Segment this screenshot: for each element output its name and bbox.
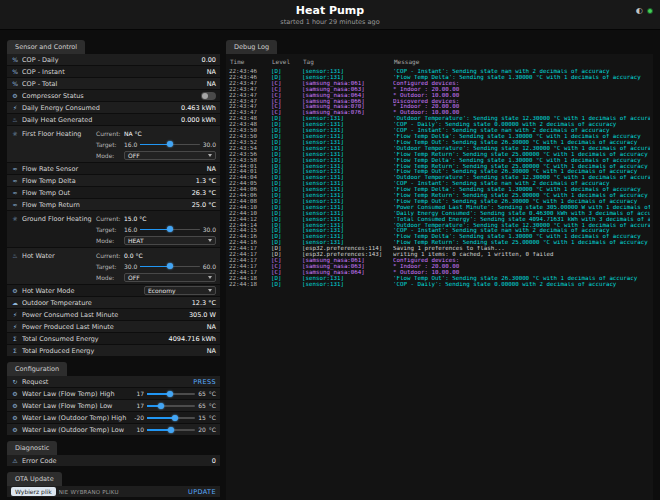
- unit-label: °C: [209, 414, 216, 421]
- slider-thumb[interactable]: [167, 141, 173, 147]
- log-col-level: Level: [272, 58, 298, 65]
- chevron-down-icon: [208, 154, 212, 157]
- sensor-value: NA: [207, 347, 216, 355]
- number-row-water-law-outdoor-high: ⚙ Water Law (Outdoor Temp) High -20 15 °…: [7, 412, 220, 423]
- right-panel: Debug Log Time Level Tag Message 22:43:4…: [226, 34, 653, 500]
- slider-thumb[interactable]: [167, 263, 173, 269]
- tab-debug-log[interactable]: Debug Log: [226, 40, 277, 54]
- sensor-row-total-consumed-energy: Σ Total Consumed Energy 4094.716 kWh: [7, 333, 220, 344]
- water-law-flow-high-slider[interactable]: [147, 389, 195, 398]
- sensor-label: Flow Temp Delta: [22, 177, 193, 185]
- tab-ota-update[interactable]: OTA Update: [7, 472, 62, 486]
- mode-key: Mode:: [96, 237, 121, 244]
- uptime-text: started 1 hour 29 minutes ago: [280, 18, 379, 26]
- compressor-status-toggle[interactable]: [201, 92, 216, 100]
- slider-thumb[interactable]: [168, 427, 174, 433]
- climate-label: Ground Floor Heating: [22, 215, 93, 223]
- sensor-value: 1.3 °C: [196, 177, 216, 185]
- gear-icon: ⚙: [11, 287, 19, 294]
- sensor-row-flow-rate: ≈ Flow Rate Sensor NA: [7, 163, 220, 174]
- sensor-value: 0.463 kWh: [181, 104, 216, 112]
- water-law-outdoor-high-slider[interactable]: [147, 413, 195, 422]
- configuration-rows: ↻ Request PRESS ⚙ Water Law (Flow Temp) …: [7, 376, 220, 435]
- request-press-button[interactable]: PRESS: [193, 378, 216, 386]
- diagnostic-rows: ⚠ Error Code 0: [7, 455, 220, 466]
- sensor-row-cop-daily: % COP - Daily 0.00: [7, 54, 220, 65]
- sensor-row-power-consumed: ⚡ Power Consumed Last Minute 305.0 W: [7, 309, 220, 320]
- climate-target-line: Target: 16.0 30.0: [96, 224, 216, 234]
- climate-controls: Current: 0.0 °C Target: 30.0 60.0 Mode: …: [96, 250, 216, 282]
- log-row: 22:44:18 [D] [sensor:131] 'COP - Daily':…: [229, 282, 650, 288]
- slider-fill: [140, 266, 170, 268]
- target-temp-slider[interactable]: [140, 262, 199, 271]
- sensor-label: Outdoor Temperature: [22, 299, 189, 307]
- no-file-chosen-text: NIE WYBRANO PLIKU: [59, 489, 185, 495]
- climate-current-line: Current: 15.0 °C: [96, 213, 216, 223]
- hot-water-climate-mode-select[interactable]: OFF: [124, 273, 216, 282]
- sensor-label: Daily Energy Consumed: [22, 104, 178, 112]
- chevron-down-icon: [208, 276, 212, 279]
- climate-current-line: Current: 0.0 °C: [96, 250, 216, 260]
- main-layout: Sensor and Control % COP - Daily 0.00 % …: [0, 30, 660, 500]
- slider-fill: [140, 144, 170, 146]
- ota-rows: Wybierz plik NIE WYBRANO PLIKU UPDATE: [7, 486, 220, 497]
- theme-toggle-icon[interactable]: ◐: [636, 7, 643, 15]
- current-value: NA °C: [124, 130, 142, 137]
- sensor-row-total-produced-energy: Σ Total Produced Energy NA: [7, 345, 220, 356]
- climate-mode-line: Mode: OFF: [96, 150, 216, 160]
- choose-file-button[interactable]: Wybierz plik: [11, 487, 56, 496]
- gear-icon: ⚙: [11, 92, 19, 99]
- update-button[interactable]: UPDATE: [188, 488, 216, 496]
- flame-icon: ♨: [11, 116, 19, 123]
- toggle-knob: [202, 93, 208, 99]
- current-key: Current:: [96, 130, 121, 137]
- number-row-water-law-outdoor-low: ⚙ Water Law (Outdoor Temp) Low 10 20 °C: [7, 424, 220, 435]
- tab-diagnostic[interactable]: Diagnostic: [7, 441, 57, 455]
- select-value: OFF: [128, 152, 140, 159]
- target-temp-slider[interactable]: [140, 225, 199, 234]
- unit-label: °C: [209, 426, 216, 433]
- slider-thumb[interactable]: [172, 415, 178, 421]
- sensor-row-daily-energy-consumed: ⚡ Daily Energy Consumed 0.463 kWh: [7, 102, 220, 113]
- water-law-flow-low-slider[interactable]: [147, 401, 195, 410]
- log-level: [D]: [271, 282, 297, 288]
- current-key: Current:: [96, 252, 121, 259]
- sync-icon: ↻: [11, 378, 19, 385]
- slider-min-label: 16.0: [124, 226, 137, 233]
- tab-configuration[interactable]: Configuration: [7, 362, 67, 376]
- mode-key: Mode:: [96, 152, 121, 159]
- number-label: Water Law (Outdoor Temp) Low: [22, 426, 134, 434]
- climate-mode-line: Mode: OFF: [96, 272, 216, 282]
- gear-icon: ⚙: [11, 414, 19, 421]
- water-law-outdoor-low-slider[interactable]: [147, 425, 195, 434]
- sensor-value: NA: [207, 323, 216, 331]
- percent-icon: %: [11, 68, 19, 75]
- current-value: 15.0 °C: [124, 215, 146, 222]
- climate-title: ☼ First Floor Heating: [11, 128, 93, 160]
- sensor-value: 4094.716 kWh: [169, 335, 216, 343]
- mode-key: Mode:: [96, 274, 121, 281]
- radiator-icon: ☼: [11, 130, 19, 137]
- slider-max-label: 65: [198, 402, 206, 409]
- water-icon: ≈: [11, 201, 19, 208]
- sensor-row-daily-heat-generated: ♨ Daily Heat Generated 0.000 kWh: [7, 114, 220, 125]
- slider-thumb[interactable]: [167, 391, 173, 397]
- first-floor-mode-select[interactable]: OFF: [124, 151, 216, 160]
- log-lines: 22:43:46 [D] [sensor:131] 'COP - Instant…: [229, 69, 650, 288]
- sensor-label: Power Consumed Last Minute: [22, 311, 186, 319]
- slider-thumb[interactable]: [167, 226, 173, 232]
- hot-water-mode-select[interactable]: Economy: [144, 286, 216, 295]
- target-temp-slider[interactable]: [140, 140, 199, 149]
- climate-controls: Current: 15.0 °C Target: 16.0 30.0 Mode:…: [96, 213, 216, 245]
- sigma-icon: Σ: [11, 335, 19, 342]
- sensor-value: NA: [207, 80, 216, 88]
- ground-floor-mode-select[interactable]: HEAT: [124, 236, 216, 245]
- tab-sensor-and-control[interactable]: Sensor and Control: [7, 40, 85, 54]
- sensor-label: COP - Daily: [22, 56, 199, 64]
- select-value: HEAT: [128, 237, 144, 244]
- flame-icon: ♨: [11, 252, 19, 259]
- slider-thumb[interactable]: [158, 403, 164, 409]
- sensor-value: 26.3 °C: [192, 189, 216, 197]
- slider-min-label: 16.0: [124, 141, 137, 148]
- debug-log-panel[interactable]: Time Level Tag Message 22:43:46 [D] [sen…: [226, 54, 653, 500]
